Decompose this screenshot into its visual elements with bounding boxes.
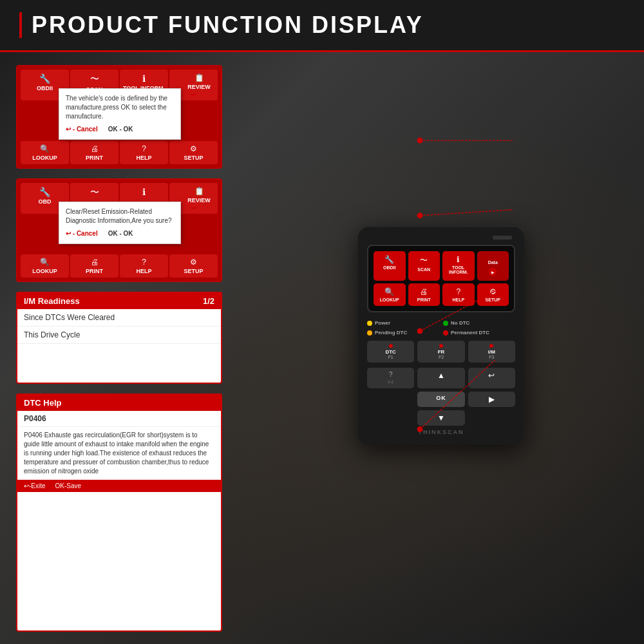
led-permanent: Permanent DTC xyxy=(443,330,515,336)
screen-obdii-icon: 🔧 xyxy=(375,255,404,264)
dialog-buttons-2: ↩ - Cancel OK - OK xyxy=(66,229,174,238)
setup-icon-2: ⚙ xyxy=(171,258,216,267)
dialog-ok-2[interactable]: OK - OK xyxy=(108,229,133,238)
screen-lookup-btn[interactable]: 🔍 LOOKUP xyxy=(374,283,406,306)
led-row: Power No DTC Pending DTC Permanent DTC xyxy=(367,320,515,336)
dialog-text-2: Clear/Reset Emission-Related Diagnostic … xyxy=(66,207,174,225)
info-icon-2: ℹ xyxy=(122,187,166,197)
screen-obdii-btn[interactable]: 🔧 OBDII xyxy=(374,251,406,281)
function-keys: DTC F1 FR F2 I/M F3 xyxy=(367,341,515,363)
scan-icon-2: 〜 xyxy=(73,187,116,198)
led-power-label: Power xyxy=(375,320,390,326)
print-icon-1: 🖨 xyxy=(71,144,117,153)
screen-scan-btn[interactable]: 〜 SCAN xyxy=(408,251,440,281)
device-screen: 🔧 OBDII 〜 SCAN ℹ Tool Inform. Data xyxy=(367,245,515,312)
lookup-btn-2[interactable]: 🔍 LOOKUP xyxy=(21,254,69,278)
screen-help-btn[interactable]: ? HELP xyxy=(442,283,475,306)
dtc-save-label[interactable]: OK-Save xyxy=(55,482,82,489)
screen-tool-icon: ℹ xyxy=(444,255,473,264)
help-btn-2[interactable]: ? HELP xyxy=(120,254,168,278)
led-permanent-label: Permanent DTC xyxy=(451,330,489,336)
review-icon-1: 📋 xyxy=(183,73,215,82)
ok-btn[interactable]: OK xyxy=(417,392,464,407)
device-brand: THINKSCAN xyxy=(367,429,515,435)
screen-obdii-label: OBDII xyxy=(375,265,404,270)
help-label-1: HELP xyxy=(121,155,167,161)
scan-icon: 〜 xyxy=(73,73,116,85)
setup-btn-1[interactable]: ⚙ SETUP xyxy=(169,141,218,164)
header: PRODUCT FUNCTION DISPLAY xyxy=(0,0,644,52)
review-btn-1[interactable]: 📋 REVIEW xyxy=(180,70,218,94)
func-bottom-1: 🔍 LOOKUP 🖨 PRINT ? HELP ⚙ SETUP xyxy=(17,140,222,168)
dtc-box: DTC Help P0406 P0406 Exhauste gas recirc… xyxy=(16,393,222,632)
print-label-1: PRINT xyxy=(71,155,117,161)
right-btn[interactable]: ▶ xyxy=(468,392,515,407)
dialog-ok-1[interactable]: OK - OK xyxy=(108,125,133,134)
print-btn-1[interactable]: 🖨 PRINT xyxy=(70,141,118,164)
dialog-box-1: The vehicle's code is defined by the man… xyxy=(59,88,181,140)
screen-help-icon: ? xyxy=(444,287,473,296)
screen-print-btn[interactable]: 🖨 PRINT xyxy=(408,283,440,306)
down-btn[interactable]: ▼ xyxy=(417,410,464,426)
right-placeholder xyxy=(468,410,515,426)
screen-tool-btn[interactable]: ℹ Tool Inform. xyxy=(442,251,475,281)
dtc-description: P0406 Exhauste gas recirculation(EGR for… xyxy=(17,427,221,480)
back-btn[interactable]: ↩ xyxy=(468,368,515,388)
print-btn-2[interactable]: 🖨 PRINT xyxy=(70,254,118,278)
obdii-icon: 🔧 xyxy=(23,73,66,84)
setup-btn-2[interactable]: ⚙ SETUP xyxy=(169,254,218,278)
readiness-title: I/M Readiness xyxy=(24,296,80,306)
right-panel: 🔧 OBDII 〜 SCAN ℹ Tool Inform. Data xyxy=(235,65,628,632)
led-pending-label: Pending DTC xyxy=(375,330,407,336)
print-icon-2: 🖨 xyxy=(71,258,117,267)
left-placeholder-2 xyxy=(367,410,414,426)
led-permanent-dot xyxy=(443,330,448,336)
screen-lookup-label: LOOKUP xyxy=(375,298,404,302)
dialog-text-1: The vehicle's code is defined by the man… xyxy=(66,94,174,121)
f2-dot xyxy=(439,344,443,348)
help-btn-1[interactable]: ? HELP xyxy=(120,141,168,164)
function-box-2: 🔧 OBD 〜 ℹ Data xyxy=(16,178,222,282)
fr-f2-key[interactable]: FR F2 xyxy=(417,341,464,363)
led-pending: Pending DTC xyxy=(367,330,439,336)
screen-tool-label: Tool Inform. xyxy=(444,265,473,274)
im-f3-label: I/M xyxy=(471,349,513,355)
device: 🔧 OBDII 〜 SCAN ℹ Tool Inform. Data xyxy=(357,226,525,445)
dtc-f1-key[interactable]: DTC F1 xyxy=(367,341,414,363)
led-power-dot xyxy=(367,321,372,326)
device-port xyxy=(493,236,512,240)
im-f3-sub: F3 xyxy=(471,355,513,359)
lookup-btn-1[interactable]: 🔍 LOOKUP xyxy=(21,141,69,164)
dialog-cancel-1[interactable]: ↩ - Cancel xyxy=(66,125,98,134)
led-pending-dot xyxy=(367,330,372,336)
setup-label-2: SETUP xyxy=(171,268,216,274)
screen-lookup-icon: 🔍 xyxy=(375,287,404,296)
readiness-box: I/M Readiness 1/2 Since DTCs Were Cleare… xyxy=(16,292,222,384)
up-btn[interactable]: ▲ xyxy=(417,368,464,388)
dialog-box-2: Clear/Reset Emission-Related Diagnostic … xyxy=(59,202,181,244)
screen-print-icon: 🖨 xyxy=(410,287,439,296)
review-label-2: REVIEW xyxy=(183,197,215,204)
lookup-label-1: LOOKUP xyxy=(22,155,68,161)
svg-line-1 xyxy=(420,210,513,216)
review-btn-2[interactable]: 📋 REVIEW xyxy=(180,183,218,207)
dtc-header: DTC Help xyxy=(17,395,221,411)
fr-f2-label: FR xyxy=(420,349,462,355)
readiness-header: I/M Readiness 1/2 xyxy=(17,293,221,309)
screen-data-btn[interactable]: Data ▶ xyxy=(477,251,509,281)
lookup-icon-2: 🔍 xyxy=(22,258,68,267)
review-label-1: REVIEW xyxy=(183,84,215,90)
screen-scan-label: SCAN xyxy=(410,267,439,272)
dialog-cancel-2[interactable]: ↩ - Cancel xyxy=(66,229,98,238)
f1-dot xyxy=(389,344,393,348)
dialog-buttons-1: ↩ - Cancel OK - OK xyxy=(66,125,174,134)
led-nodtc-label: No DTC xyxy=(451,320,469,326)
help-icon-2: ? xyxy=(121,258,167,267)
header-accent-bar xyxy=(19,12,22,38)
dtc-exit-label[interactable]: ↩-Exite xyxy=(24,482,46,489)
screen-setup-btn[interactable]: ⚙ SETUP xyxy=(477,283,509,306)
im-f3-key[interactable]: I/M F3 xyxy=(468,341,515,363)
left-placeholder xyxy=(367,392,414,407)
nav-area: ?F4 ▲ ↩ OK ▶ ▼ xyxy=(367,368,515,426)
f4-btn[interactable]: ?F4 xyxy=(367,368,414,388)
